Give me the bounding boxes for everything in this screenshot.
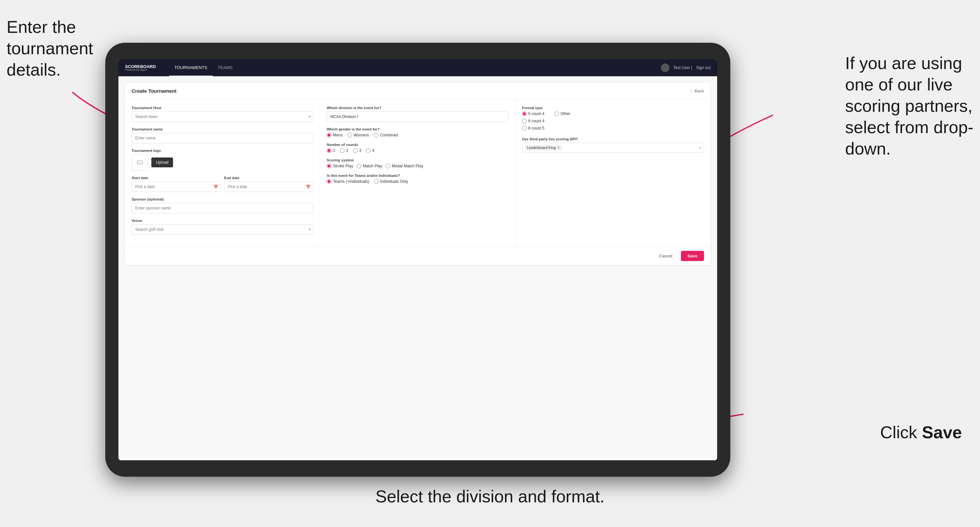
svg-rect-4 — [137, 160, 142, 164]
live-scoring-dropdown-icon: ▾ — [699, 146, 701, 149]
end-date-group: End date 📅 — [224, 176, 313, 192]
format-6count5-radio[interactable] — [522, 126, 527, 130]
nav-signout[interactable]: Sign out — [696, 65, 711, 70]
teams-radio-group: Teams (+Individuals) Individuals Only — [327, 179, 508, 184]
form-header: Create Tournament ‹ Back — [125, 83, 711, 99]
tournament-logo-label: Tournament logo — [132, 149, 313, 152]
cancel-button[interactable]: Cancel — [654, 251, 677, 261]
date-group: Start date 📅 End date — [132, 176, 313, 192]
search-icon: ▾ — [309, 114, 310, 119]
annotation-enter-details: Enter the tournament details. — [6, 16, 99, 81]
start-date-input[interactable] — [132, 181, 221, 192]
format-options: 5 count 4 Other 6 count 4 — [522, 111, 704, 130]
back-arrow-icon: ‹ — [690, 89, 692, 94]
start-date-label: Start date — [132, 176, 221, 180]
rounds-3-radio[interactable] — [353, 148, 358, 153]
annotation-select-division: Select the division and format. — [375, 486, 605, 507]
gender-label: Which gender is the event for? — [327, 127, 508, 131]
scoring-label: Scoring system — [327, 158, 508, 162]
format-6count4-option[interactable]: 6 count 4 — [522, 119, 704, 123]
rounds-2-radio[interactable] — [340, 148, 344, 153]
scoring-stroke-option[interactable]: Stroke Play — [327, 164, 353, 168]
nav-tab-teams[interactable]: TEAMS — [213, 59, 238, 76]
rounds-1-radio[interactable] — [327, 148, 331, 153]
nav-user: Test User | — [673, 65, 692, 70]
teams-group: Is this event for Teams and/or Individua… — [327, 174, 508, 184]
scoring-medal-option[interactable]: Medal Match Play — [385, 164, 423, 168]
back-link[interactable]: ‹ Back — [690, 89, 704, 94]
tournament-name-group: Tournament name — [132, 127, 313, 143]
navbar: SCOREBOARD Powered by clipp'd TOURNAMENT… — [118, 59, 717, 76]
scoring-radio-group: Stroke Play Match Play Medal Match Play — [327, 164, 508, 168]
rounds-label: Number of rounds — [327, 143, 508, 147]
format-row-1: 5 count 4 Other — [522, 111, 704, 116]
tournament-host-label: Tournament Host — [132, 106, 313, 110]
avatar — [661, 63, 670, 72]
venue-input[interactable] — [132, 224, 313, 235]
division-group: Which division is the event for? NCAA Di… — [327, 106, 508, 122]
sponsor-label: Sponsor (optional) — [132, 197, 313, 201]
teams-individuals-radio[interactable] — [374, 179, 379, 184]
gender-mens-option[interactable]: Mens — [327, 133, 342, 137]
nav-logo: SCOREBOARD Powered by clipp'd — [125, 64, 156, 71]
tournament-name-input[interactable] — [132, 133, 313, 143]
sponsor-input[interactable] — [132, 203, 313, 213]
scoring-group: Scoring system Stroke Play Match Play — [327, 158, 508, 168]
rounds-3-option[interactable]: 3 — [353, 148, 361, 153]
rounds-2-option[interactable]: 2 — [340, 148, 348, 153]
teams-individuals-option[interactable]: Individuals Only — [374, 179, 408, 184]
rounds-4-radio[interactable] — [366, 148, 371, 153]
format-6count4-radio[interactable] — [522, 119, 527, 123]
format-6count5-option[interactable]: 6 count 5 — [522, 126, 704, 130]
svg-point-5 — [138, 162, 140, 162]
form-col-1: Tournament Host ▾ Tournament name Tourna — [125, 99, 320, 246]
scoring-match-radio[interactable] — [356, 164, 361, 168]
scoring-stroke-radio[interactable] — [327, 164, 331, 168]
annotation-click-save: Click Save — [880, 422, 962, 443]
nav-tab-tournaments[interactable]: TOURNAMENTS — [169, 59, 213, 76]
live-scoring-label: Use third-party live scoring API? — [522, 137, 704, 141]
format-other-radio[interactable] — [554, 111, 559, 116]
gender-combined-option[interactable]: Combined — [374, 133, 398, 137]
date-row: Start date 📅 End date — [132, 176, 313, 192]
annotation-live-scoring: If you are using one of our live scoring… — [845, 52, 977, 159]
format-type-group: Format type 5 count 4 Other — [522, 106, 704, 130]
form-title: Create Tournament — [132, 88, 176, 94]
gender-womens-option[interactable]: Womens — [347, 133, 369, 137]
gender-mens-radio[interactable] — [327, 133, 331, 137]
format-5count4-option[interactable]: 5 count 4 — [522, 111, 544, 116]
form-col-3: Format type 5 count 4 Other — [515, 99, 711, 246]
scoring-medal-radio[interactable] — [385, 164, 390, 168]
teams-label: Is this event for Teams and/or Individua… — [327, 174, 508, 178]
nav-right: Test User | Sign out — [661, 63, 711, 72]
scoring-match-option[interactable]: Match Play — [356, 164, 382, 168]
division-select[interactable]: NCAA Division I — [327, 111, 508, 122]
logo-upload-area: Upload — [132, 154, 313, 171]
end-date-input[interactable] — [224, 181, 313, 192]
gender-womens-radio[interactable] — [347, 133, 352, 137]
end-date-label: End date — [224, 176, 313, 180]
tablet-screen: SCOREBOARD Powered by clipp'd TOURNAMENT… — [118, 59, 717, 460]
gender-combined-radio[interactable] — [374, 133, 378, 137]
division-label: Which division is the event for? — [327, 106, 508, 110]
teams-plus-option[interactable]: Teams (+Individuals) — [327, 179, 369, 184]
teams-plus-radio[interactable] — [327, 179, 331, 184]
live-scoring-select[interactable]: Leaderboard King ✕ ▾ — [522, 143, 704, 152]
form-card: Create Tournament ‹ Back Tournament Host — [125, 83, 711, 265]
start-date-group: Start date 📅 — [132, 176, 221, 192]
format-other-option[interactable]: Other — [554, 111, 570, 116]
sponsor-group: Sponsor (optional) — [132, 197, 313, 213]
rounds-radio-group: 1 2 3 — [327, 148, 508, 153]
form-body: Tournament Host ▾ Tournament name Tourna — [125, 99, 711, 246]
live-scoring-clear-icon[interactable]: ✕ — [557, 146, 560, 150]
tournament-host-input[interactable] — [132, 111, 313, 122]
save-button[interactable]: Save — [681, 251, 704, 261]
upload-button[interactable]: Upload — [151, 157, 173, 167]
image-icon — [137, 159, 143, 166]
tournament-host-input-wrapper: ▾ — [132, 111, 313, 122]
rounds-4-option[interactable]: 4 — [366, 148, 374, 153]
form-col-2: Which division is the event for? NCAA Di… — [320, 99, 515, 246]
format-5count4-radio[interactable] — [522, 111, 527, 116]
rounds-1-option[interactable]: 1 — [327, 148, 335, 153]
form-footer: Cancel Save — [125, 246, 711, 265]
